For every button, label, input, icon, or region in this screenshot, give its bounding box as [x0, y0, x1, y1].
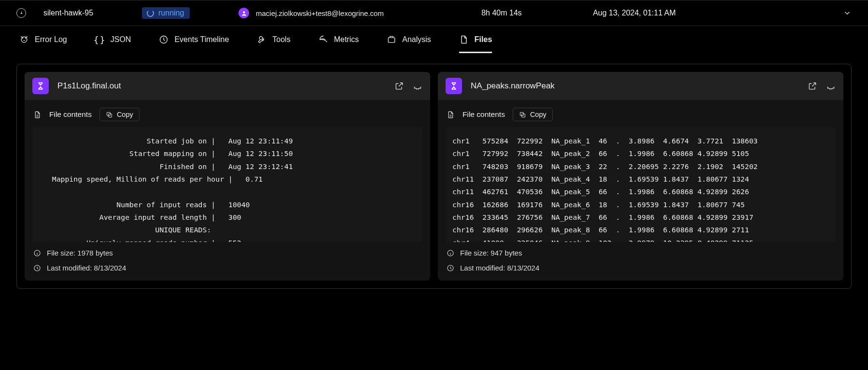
info-icon [33, 249, 41, 257]
svg-point-0 [243, 11, 245, 13]
file-modified-row: Last modified: 8/13/2024 [32, 264, 422, 272]
file-modified-row: Last modified: 8/13/2024 [446, 264, 836, 272]
clock-icon [447, 264, 454, 272]
file-name: NA_peaks.narrowPeak [471, 81, 799, 91]
run-duration: 8h 40m 14s [481, 9, 522, 17]
download-icon[interactable] [16, 8, 26, 18]
tab-label: Tools [272, 35, 290, 44]
file-contents: chr1 575284 722992 NA_peak_1 46 . 3.8986… [446, 127, 836, 242]
tab-label: Error Log [35, 35, 67, 44]
tab-files[interactable]: Files [459, 26, 492, 53]
file-card-header: NA_peaks.narrowPeak [438, 72, 843, 100]
tab-label: JSON [111, 35, 131, 44]
document-icon [33, 111, 42, 119]
file-size: File size: 947 bytes [460, 249, 522, 257]
eye-closed-icon[interactable] [413, 81, 422, 91]
file-card: NA_peaks.narrowPeak File contents Copy [438, 72, 843, 281]
copy-label: Copy [117, 111, 133, 118]
tab-error-log[interactable]: Error Log [19, 26, 67, 53]
open-external-icon[interactable] [394, 81, 404, 91]
open-external-icon[interactable] [808, 81, 817, 91]
tab-metrics[interactable]: Metrics [319, 26, 359, 53]
braces-icon: {} [95, 35, 105, 44]
hourglass-icon [446, 78, 462, 94]
file-contents: Started job on | Aug 12 23:11:49 Started… [32, 127, 422, 242]
user-email: maciej.ziolkowski+test8@lexogrine.com [256, 9, 384, 17]
file-card: P1s1Log.final.out File contents Copy [25, 72, 430, 281]
run-header: silent-hawk-95 running maciej.ziolkowski… [0, 0, 868, 26]
copy-button[interactable]: Copy [513, 108, 553, 121]
eye-closed-icon[interactable] [826, 81, 836, 91]
tab-analysis[interactable]: Analysis [387, 26, 431, 53]
user-chip: maciej.ziolkowski+test8@lexogrine.com [238, 8, 384, 18]
file-contents-label: File contents [462, 110, 505, 119]
status-badge: running [142, 7, 190, 19]
clock-icon [33, 264, 41, 272]
file-name: P1s1Log.final.out [57, 81, 386, 91]
svg-rect-3 [389, 38, 395, 43]
file-modified: Last modified: 8/13/2024 [460, 264, 539, 272]
tab-label: Files [475, 35, 492, 44]
spinner-icon [147, 10, 154, 17]
run-name: silent-hawk-95 [43, 9, 93, 17]
tab-label: Analysis [402, 35, 431, 44]
file-size-row: File size: 1978 bytes [32, 249, 422, 257]
svg-point-1 [21, 37, 27, 43]
files-panel: P1s1Log.final.out File contents Copy [16, 64, 852, 289]
file-contents-label: File contents [49, 110, 92, 119]
chevron-down-icon[interactable] [843, 9, 852, 17]
avatar-icon [238, 8, 249, 18]
run-timestamp: Aug 13, 2024, 01:11 AM [593, 9, 676, 17]
file-size: File size: 1978 bytes [47, 249, 113, 257]
hourglass-icon [32, 78, 49, 94]
info-icon [447, 249, 454, 257]
status-text: running [158, 9, 184, 17]
file-card-header: P1s1Log.final.out [25, 72, 430, 100]
copy-button[interactable]: Copy [99, 108, 140, 121]
tab-bar: Error Log {} JSON Events Timeline Tools … [0, 26, 868, 53]
tab-label: Metrics [334, 35, 359, 44]
tab-tools[interactable]: Tools [257, 26, 290, 53]
tab-label: Events Timeline [174, 35, 229, 44]
document-icon [447, 111, 455, 119]
tab-events-timeline[interactable]: Events Timeline [159, 26, 229, 53]
copy-label: Copy [530, 111, 546, 118]
file-modified: Last modified: 8/13/2024 [47, 264, 126, 272]
file-size-row: File size: 947 bytes [446, 249, 836, 257]
tab-json[interactable]: {} JSON [95, 26, 131, 53]
